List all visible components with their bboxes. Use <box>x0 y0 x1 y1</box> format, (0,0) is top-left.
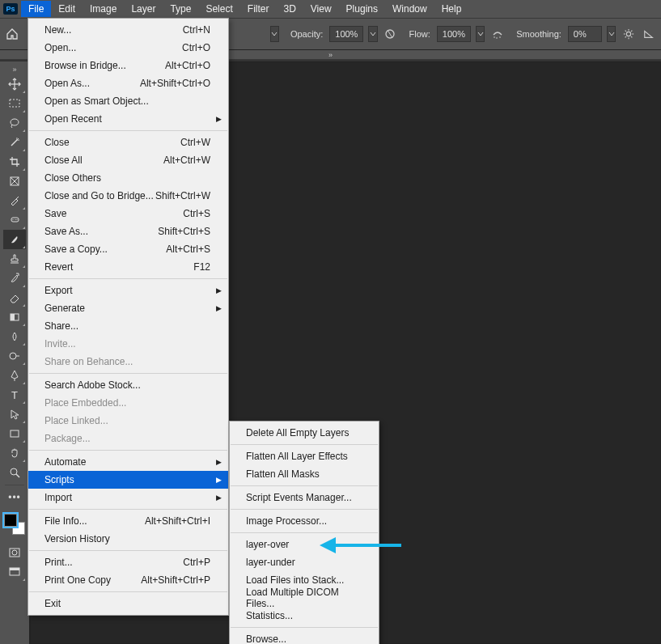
file-menu-item[interactable]: Import▶ <box>28 489 228 506</box>
file-menu-item[interactable]: Print One CopyAlt+Shift+Ctrl+P <box>28 571 228 589</box>
file-menu-item[interactable]: SaveCtrl+S <box>28 205 228 222</box>
menu-plugins[interactable]: Plugins <box>339 1 385 17</box>
scripts-menu-item[interactable]: layer-under <box>230 553 379 571</box>
separator <box>231 509 378 510</box>
hand-tool[interactable] <box>3 443 26 463</box>
magic-wand-tool[interactable] <box>3 133 26 152</box>
file-menu-item[interactable]: Save a Copy...Alt+Ctrl+S <box>28 240 228 258</box>
menu-window[interactable]: Window <box>385 1 434 17</box>
gear-icon[interactable] <box>621 26 636 42</box>
brush-tool[interactable] <box>3 230 26 249</box>
separator <box>29 450 227 451</box>
blur-tool[interactable] <box>3 327 26 346</box>
file-menu-item[interactable]: Generate▶ <box>28 299 228 317</box>
quick-mask-icon[interactable] <box>3 543 26 562</box>
crop-tool[interactable] <box>3 152 26 172</box>
scripts-menu-item[interactable]: Load Multiple DICOM Files... <box>230 589 379 607</box>
file-menu-item[interactable]: Exit <box>28 595 228 612</box>
healing-tool[interactable] <box>3 210 26 230</box>
menu-edit[interactable]: Edit <box>51 1 83 17</box>
svg-point-21 <box>12 219 13 220</box>
scripts-menu-item[interactable]: Image Processor... <box>230 512 379 530</box>
lasso-tool[interactable] <box>3 113 26 133</box>
menu-item-label: Save <box>44 208 66 219</box>
angle-icon[interactable] <box>641 26 656 42</box>
scripts-menu-item[interactable]: Script Events Manager... <box>230 489 379 506</box>
shortcut: Ctrl+W <box>180 137 210 148</box>
type-tool[interactable]: T <box>3 385 26 405</box>
file-menu-item[interactable]: New...Ctrl+N <box>28 21 228 39</box>
marquee-tool[interactable] <box>3 94 26 113</box>
color-swatches[interactable] <box>2 512 27 536</box>
file-menu-item[interactable]: Automate▶ <box>28 453 228 471</box>
scripts-menu-item[interactable]: Delete All Empty Layers <box>230 424 379 442</box>
menu-item-label: Save As... <box>44 226 88 237</box>
file-menu-item[interactable]: Share... <box>28 317 228 335</box>
zoom-tool[interactable] <box>3 463 26 482</box>
file-menu-item[interactable]: Close and Go to Bridge...Shift+Ctrl+W <box>28 187 228 205</box>
opacity-dropdown[interactable] <box>368 26 377 42</box>
gradient-tool[interactable] <box>3 307 26 327</box>
file-menu-item[interactable]: Version History <box>28 530 228 548</box>
move-tool[interactable] <box>3 74 26 94</box>
flow-dropdown[interactable] <box>476 26 485 42</box>
flow-value[interactable]: 100% <box>437 26 471 42</box>
history-brush-tool[interactable] <box>3 269 26 288</box>
file-menu-item[interactable]: Scripts▶ <box>28 471 228 489</box>
menu-filter[interactable]: Filter <box>240 1 277 17</box>
file-menu-item[interactable]: Open Recent▶ <box>28 110 228 128</box>
file-menu-item[interactable]: Open As...Alt+Shift+Ctrl+O <box>28 74 228 92</box>
svg-line-10 <box>631 36 632 37</box>
tool-collapse-icon[interactable]: » <box>0 65 29 74</box>
rectangle-tool[interactable] <box>3 424 26 443</box>
foreground-color-swatch[interactable] <box>4 514 17 527</box>
eraser-tool[interactable] <box>3 288 26 307</box>
screen-mode-icon[interactable] <box>3 562 26 582</box>
file-menu-item[interactable]: Open as Smart Object... <box>28 92 228 110</box>
dodge-tool[interactable] <box>3 346 26 366</box>
scripts-menu-item[interactable]: Statistics... <box>230 607 379 625</box>
eyedropper-tool[interactable] <box>3 191 26 210</box>
file-menu-item[interactable]: RevertF12 <box>28 258 228 276</box>
file-menu-item[interactable]: Browse in Bridge...Alt+Ctrl+O <box>28 57 228 74</box>
menu-item-label: layer-under <box>246 557 295 568</box>
menu-help[interactable]: Help <box>434 1 469 17</box>
menu-file[interactable]: File <box>21 1 51 17</box>
file-menu-item[interactable]: Print...Ctrl+P <box>28 553 228 571</box>
svg-rect-25 <box>11 314 15 320</box>
scripts-menu-item[interactable]: Flatten All Layer Effects <box>230 447 379 465</box>
menu-select[interactable]: Select <box>198 1 239 17</box>
stamp-tool[interactable] <box>3 249 26 269</box>
menu-layer[interactable]: Layer <box>124 1 163 17</box>
file-menu-item[interactable]: Export▶ <box>28 282 228 299</box>
scripts-menu-item[interactable]: Flatten All Masks <box>230 465 379 483</box>
smoothing-value[interactable]: 0% <box>568 26 602 42</box>
edit-toolbar-icon[interactable]: ••• <box>3 488 26 507</box>
mode-dropdown[interactable] <box>270 26 279 42</box>
file-menu-item[interactable]: Save As...Shift+Ctrl+S <box>28 222 228 240</box>
pen-tool[interactable] <box>3 366 26 385</box>
smoothing-dropdown[interactable] <box>607 26 616 42</box>
file-menu-item[interactable]: Close AllAlt+Ctrl+W <box>28 151 228 169</box>
menu-item-label: Image Processor... <box>246 515 327 527</box>
pressure-opacity-icon[interactable] <box>383 26 398 42</box>
scripts-menu-item[interactable]: Browse... <box>230 630 379 644</box>
menu-view[interactable]: View <box>303 1 339 17</box>
menu-image[interactable]: Image <box>83 1 124 17</box>
menu-item-label: Browse in Bridge... <box>44 60 126 71</box>
file-menu-item[interactable]: File Info...Alt+Shift+Ctrl+I <box>28 512 228 530</box>
frame-tool[interactable] <box>3 172 26 191</box>
home-icon[interactable] <box>5 26 20 42</box>
airbrush-icon[interactable] <box>489 26 505 42</box>
menu-3d[interactable]: 3D <box>276 1 303 17</box>
opacity-value[interactable]: 100% <box>329 26 363 42</box>
menu-item-label: Flatten All Masks <box>246 468 320 480</box>
file-menu-item[interactable]: CloseCtrl+W <box>28 133 228 151</box>
svg-point-30 <box>11 468 17 475</box>
file-menu-item[interactable]: Search Adobe Stock... <box>28 376 228 394</box>
file-menu-item[interactable]: Close Others <box>28 169 228 187</box>
path-selection-tool[interactable] <box>3 405 26 424</box>
file-menu-item[interactable]: Open...Ctrl+O <box>28 39 228 57</box>
menu-type[interactable]: Type <box>163 1 198 17</box>
submenu-arrow-icon: ▶ <box>216 476 222 484</box>
